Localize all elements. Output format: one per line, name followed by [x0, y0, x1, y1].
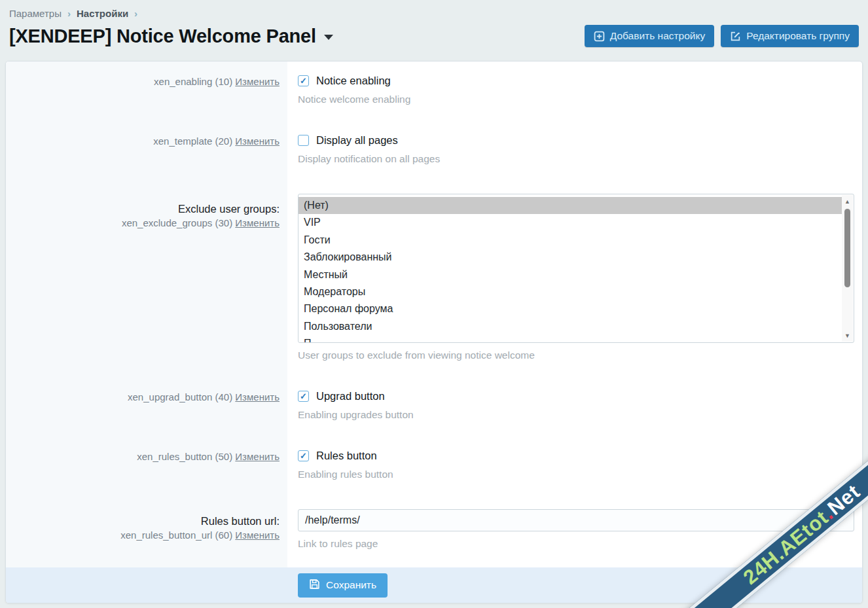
exclude-user-groups-select[interactable]: (Нет)VIPГостиЗаблокированныйМестныйМодер… [298, 194, 854, 343]
user-group-option[interactable]: Местный [298, 266, 842, 283]
edit-group-button[interactable]: Редактировать группу [721, 25, 859, 47]
settings-panel: xen_enabling (10) Изменить ✓ Notice enab… [5, 61, 863, 603]
scroll-up-icon[interactable]: ▲ [842, 196, 853, 207]
page-title-dropdown[interactable]: [XENDEEP] Notice Welcome Panel [9, 26, 333, 47]
edit-option-link[interactable]: Изменить [235, 217, 280, 228]
option-id: xen_exclude_groups (30) [122, 217, 232, 228]
scroll-down-icon[interactable]: ▼ [842, 330, 853, 341]
edit-option-link[interactable]: Изменить [235, 391, 280, 402]
edit-option-link[interactable]: Изменить [235, 451, 280, 462]
checkbox-label[interactable]: Notice enabling [316, 75, 391, 87]
user-group-option[interactable]: VIP [298, 214, 842, 231]
edit-pencil-icon [730, 31, 741, 42]
option-id: xen_upgrad_button (40) [128, 391, 232, 402]
checkbox-label[interactable]: Upgrad button [316, 390, 385, 402]
chevron-down-icon [324, 35, 333, 40]
breadcrumb-separator-icon: › [134, 8, 137, 19]
user-group-option[interactable]: (Нет) [298, 197, 842, 214]
user-group-option[interactable]: Персонал форума [298, 300, 842, 317]
edit-option-link[interactable]: Изменить [235, 135, 280, 147]
edit-group-button-label: Редактировать группу [746, 30, 850, 42]
notice-enabling-checkbox[interactable]: ✓ [298, 75, 309, 86]
setting-row-xen-enabling: xen_enabling (10) Изменить ✓ Notice enab… [6, 75, 862, 105]
setting-row-xen-rules-button-url: Rules button url: xen_rules_button_url (… [6, 509, 862, 550]
check-icon: ✓ [300, 77, 307, 85]
add-option-button-label: Добавить настройку [610, 30, 705, 42]
check-icon: ✓ [300, 392, 307, 401]
option-description: Link to rules page [298, 538, 854, 550]
breadcrumb: Параметры › Настройки › [9, 8, 859, 19]
rules-button-checkbox[interactable]: ✓ [298, 450, 309, 461]
checkbox-label[interactable]: Display all pages [316, 134, 398, 147]
option-title: Rules button url: [6, 514, 280, 528]
option-id: xen_rules_button_url (60) [120, 529, 232, 541]
user-group-option[interactable]: Заблокированный [298, 249, 842, 266]
edit-option-link[interactable]: Изменить [235, 76, 280, 87]
check-icon: ✓ [300, 452, 307, 460]
settings-form: xen_enabling (10) Изменить ✓ Notice enab… [6, 62, 862, 550]
option-description: Enabling upgrades button [298, 409, 854, 421]
breadcrumb-separator-icon: › [67, 8, 71, 19]
setting-row-xen-template: xen_template (20) Изменить ✓ Display all… [6, 134, 862, 165]
save-floppy-icon [309, 579, 320, 592]
select-scrollbar[interactable]: ▲ ▼ [842, 195, 853, 342]
option-description: Notice welcome enabling [298, 94, 854, 105]
upgrad-button-checkbox[interactable]: ✓ [298, 391, 309, 402]
user-group-option-partial[interactable]: П [298, 335, 842, 343]
setting-row-xen-exclude-groups: Exclude user groups: xen_exclude_groups … [6, 194, 862, 361]
option-description: Display notification on all pages [298, 153, 854, 165]
breadcrumb-item-parameters[interactable]: Параметры [9, 8, 62, 19]
page-title: [XENDEEP] Notice Welcome Panel [9, 26, 316, 47]
option-id: xen_template (20) [153, 135, 232, 147]
option-title: Exclude user groups: [6, 202, 280, 216]
setting-row-xen-upgrad-button: xen_upgrad_button (40) Изменить ✓ Upgrad… [6, 390, 862, 421]
user-group-option[interactable]: Гости [298, 232, 842, 249]
breadcrumb-item-settings[interactable]: Настройки [77, 8, 128, 19]
option-id: xen_rules_button (50) [137, 451, 232, 462]
plus-square-icon [594, 31, 605, 42]
page-header: Параметры › Настройки › [XENDEEP] Notice… [0, 0, 868, 47]
save-button-label: Сохранить [326, 579, 376, 591]
option-id: xen_enabling (10) [154, 76, 232, 87]
add-option-button[interactable]: Добавить настройку [585, 25, 714, 47]
setting-row-xen-rules-button: xen_rules_button (50) Изменить ✓ Rules b… [6, 450, 862, 480]
edit-option-link[interactable]: Изменить [235, 529, 280, 541]
user-group-option[interactable]: Модераторы [298, 283, 842, 300]
checkbox-label[interactable]: Rules button [316, 450, 377, 462]
scrollbar-thumb[interactable] [844, 209, 850, 287]
save-button[interactable]: Сохранить [298, 573, 388, 598]
user-group-option-list: (Нет)VIPГостиЗаблокированныйМестныйМодер… [298, 194, 854, 343]
rules-button-url-input[interactable] [298, 509, 854, 531]
form-footer: Сохранить [6, 567, 862, 603]
display-all-pages-checkbox[interactable]: ✓ [298, 135, 309, 146]
option-description: Enabling rules button [298, 469, 854, 480]
option-description: User groups to exclude from viewing noti… [298, 349, 854, 361]
user-group-option[interactable]: Пользователи [298, 318, 842, 335]
